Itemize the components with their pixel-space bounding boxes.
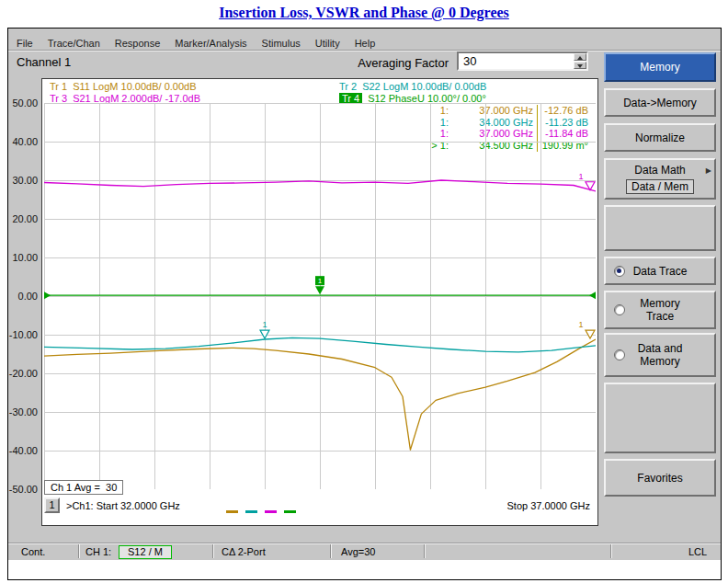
y-axis-tick: 30.00 xyxy=(6,175,38,186)
sidebar-button-data-to-memory[interactable]: Data->Memory xyxy=(604,88,716,117)
channel-title: Channel 1 xyxy=(17,55,71,69)
menu-item-help[interactable]: Help xyxy=(355,38,376,49)
average-counter-box: Ch 1 Avg = 30 xyxy=(44,480,123,495)
submenu-arrow-icon: ▶ xyxy=(706,166,711,175)
sidebar-button-label: Normalize xyxy=(635,131,685,144)
sidebar-button-normalize[interactable]: Normalize xyxy=(604,123,716,152)
sidebar-button-data-trace[interactable]: Data Trace xyxy=(604,257,716,285)
menu-item-file[interactable]: File xyxy=(17,38,33,49)
radio-selected-icon xyxy=(614,266,625,277)
marker-number: 1 xyxy=(578,320,583,329)
status-channel-label: CH 1: xyxy=(85,543,111,560)
sidebar-button-blank-1 xyxy=(604,205,716,251)
sidebar-button-favorites[interactable]: Favorites xyxy=(604,459,716,497)
softkey-sidebar: MemoryData->MemoryNormalizeData MathData… xyxy=(604,0,716,583)
y-axis-tick: 0.00 xyxy=(6,291,38,302)
plot-area: Tr 1S11 LogM 10.00dB/ 0.00dBTr 2S22 LogM… xyxy=(41,78,598,526)
averaging-spinner xyxy=(574,53,586,69)
data-math-function-box: Data / Mem xyxy=(626,179,694,194)
sidebar-button-label: Memory Trace xyxy=(640,297,679,323)
sidebar-button-label: Data Trace xyxy=(633,265,688,278)
channel-badge-button[interactable]: 1 xyxy=(44,497,60,513)
averaging-factor-input[interactable]: 30 xyxy=(457,51,588,71)
sidebar-button-label: Favorites xyxy=(637,472,682,485)
status-separator xyxy=(330,544,332,558)
status-mode: Cont. xyxy=(21,543,45,560)
ref-arrow-right-icon xyxy=(589,292,596,299)
y-axis-tick: -50.00 xyxy=(6,484,38,495)
trace-dash-icon xyxy=(245,510,257,513)
status-separator xyxy=(78,544,80,558)
trace-badge: Tr 2 xyxy=(339,81,357,92)
status-separator xyxy=(610,544,612,558)
trace-legend-tr-2[interactable]: Tr 2S22 LogM 10.00dB/ 0.00dB xyxy=(339,81,486,92)
sidebar-button-label: Memory xyxy=(640,61,679,74)
trace-dash-icon xyxy=(226,510,238,513)
sidebar-button-label: Data->Memory xyxy=(623,97,697,109)
ref-arrow-left-icon xyxy=(44,292,51,299)
averaging-factor-label: Averaging Factor xyxy=(320,56,449,70)
menu-item-marker-analysis[interactable]: Marker/Analysis xyxy=(175,38,246,49)
y-axis-tick: 40.00 xyxy=(6,136,38,147)
application-window: Insertion Loss, VSWR and Phase @ 0 Degre… xyxy=(0,0,728,583)
menu-item-trace-chan[interactable]: Trace/Chan xyxy=(48,38,100,49)
menu-item-stimulus[interactable]: Stimulus xyxy=(262,38,301,49)
y-axis-labels: 50.0040.0030.0020.0010.000.00-10.00-20.0… xyxy=(6,97,38,510)
status-averaging: Avg=30 xyxy=(341,543,375,560)
marker-number: 1 xyxy=(578,172,583,181)
trace-dash-icon xyxy=(265,510,277,513)
spinner-down-button[interactable] xyxy=(574,62,586,69)
status-correction: CΔ 2-Port xyxy=(222,543,266,560)
sidebar-button-label: Data and Memory xyxy=(638,342,683,368)
averaging-factor-value: 30 xyxy=(463,54,476,68)
status-bar: Cont. CH 1: S12 / M CΔ 2-Port Avg=30 LCL xyxy=(8,543,721,560)
radio-icon xyxy=(614,304,625,315)
status-measurement-badge: S12 / M xyxy=(119,545,172,559)
y-axis-tick: -30.00 xyxy=(6,406,38,417)
radio-icon xyxy=(614,349,625,360)
status-separator xyxy=(212,544,214,558)
spinner-up-button[interactable] xyxy=(574,53,586,61)
sidebar-button-blank-2 xyxy=(604,383,716,453)
arrow-up-icon xyxy=(577,56,583,60)
sidebar-button-data-and-memory[interactable]: Data and Memory xyxy=(604,333,716,377)
marker-number: 1 xyxy=(318,277,323,285)
menu-bar: FileTrace/ChanResponseMarker/AnalysisSti… xyxy=(17,37,390,50)
trace-badge: Tr 1 xyxy=(50,81,67,92)
y-axis-tick: 50.00 xyxy=(6,97,38,109)
sidebar-button-data-math[interactable]: Data MathData / Mem▶ xyxy=(604,158,716,200)
sidebar-button-label: Data Math xyxy=(634,164,685,177)
trace-legend-tr-1[interactable]: Tr 1S11 LogM 10.00dB/ 0.00dB xyxy=(50,81,197,92)
trace-dash-icon xyxy=(284,510,296,513)
sweep-stop-label: Stop 37.0000 GHz xyxy=(506,500,590,511)
menu-item-response[interactable]: Response xyxy=(115,38,161,49)
marker-number: 1 xyxy=(262,320,267,329)
y-axis-tick: -10.00 xyxy=(6,329,38,340)
marker-triangle-active xyxy=(315,286,324,294)
sidebar-button-memory[interactable]: Memory xyxy=(604,52,716,82)
trace-params: S11 LogM 10.00dB/ 0.00dB xyxy=(73,81,196,92)
y-axis-tick: 20.00 xyxy=(6,213,38,224)
sidebar-button-memory-trace[interactable]: Memory Trace xyxy=(604,291,716,329)
y-axis-tick: -20.00 xyxy=(6,368,38,379)
y-axis-tick: 10.00 xyxy=(6,252,38,263)
trace-params: S22 LogM 10.00dB/ 0.00dB xyxy=(362,81,486,92)
menu-item-utility[interactable]: Utility xyxy=(315,38,340,49)
y-axis-tick: -40.00 xyxy=(6,445,38,456)
trace-dash-indicators xyxy=(226,505,303,518)
arrow-down-icon xyxy=(577,64,583,68)
sweep-start-label: >Ch1: Start 32.0000 GHz xyxy=(66,500,180,511)
chart-canvas[interactable]: 1111 xyxy=(44,103,596,489)
status-lock: LCL xyxy=(670,543,725,560)
status-separator xyxy=(424,544,426,558)
